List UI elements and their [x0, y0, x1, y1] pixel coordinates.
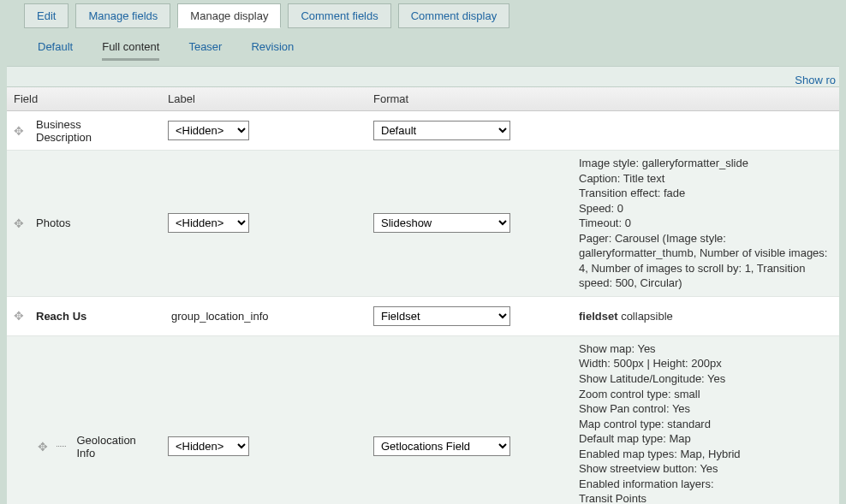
label-select[interactable]: <Hidden>: [168, 213, 249, 233]
drag-handle-icon[interactable]: [14, 310, 26, 322]
field-name: Reach Us: [36, 310, 86, 323]
subtab-revision[interactable]: Revision: [251, 40, 294, 58]
drag-handle-icon[interactable]: [38, 441, 50, 453]
table-row: Geolocation Info <Hidden> Getlocations F…: [7, 336, 839, 504]
format-select[interactable]: Default: [373, 121, 510, 140]
table-row: Business Description <Hidden> Default: [7, 111, 839, 151]
tab-manage-display[interactable]: Manage display: [177, 3, 281, 28]
tab-comment-display[interactable]: Comment display: [398, 3, 509, 28]
secondary-tabs: Default Full content Teaser Revision: [38, 40, 839, 61]
col-header-field: Field: [7, 87, 161, 110]
subtab-full-content[interactable]: Full content: [102, 40, 159, 61]
format-summary: Show map: Yes Width: 500px | Height: 200…: [572, 336, 839, 504]
field-name: Geolocation Info: [76, 434, 154, 460]
label-select[interactable]: <Hidden>: [168, 121, 249, 140]
label-select[interactable]: <Hidden>: [168, 436, 249, 456]
tab-manage-fields[interactable]: Manage fields: [75, 3, 170, 28]
table-row: Photos <Hidden> Slideshow Image style: g…: [7, 151, 839, 297]
format-select[interactable]: Fieldset: [373, 306, 510, 326]
indent-line: [57, 446, 66, 447]
table-header: Field Label Format: [7, 87, 839, 111]
subtab-teaser[interactable]: Teaser: [188, 40, 222, 58]
tab-comment-fields[interactable]: Comment fields: [288, 3, 390, 28]
show-row-weights-link[interactable]: Show ro: [795, 74, 836, 86]
col-header-summary: [572, 87, 839, 110]
field-name: Business Description: [36, 118, 130, 144]
drag-handle-icon[interactable]: [14, 217, 26, 229]
show-row-weights-bar: Show ro: [7, 66, 839, 86]
group-machine-name: group_location_info: [168, 310, 268, 323]
page-root: Edit Manage fields Manage display Commen…: [0, 0, 846, 504]
format-select[interactable]: Getlocations Field: [373, 436, 510, 456]
primary-tabs: Edit Manage fields Manage display Commen…: [24, 3, 839, 28]
field-name: Photos: [36, 216, 70, 229]
format-summary: fieldset collapsible: [572, 304, 839, 329]
col-header-format: Format: [366, 87, 572, 110]
table-row: Reach Us group_location_info Fieldset fi…: [7, 297, 839, 336]
display-table: Field Label Format Business Description …: [7, 86, 839, 504]
drag-handle-icon[interactable]: [14, 125, 26, 137]
tab-edit[interactable]: Edit: [24, 3, 69, 28]
format-summary: Image style: galleryformatter_slide Capt…: [572, 151, 839, 296]
format-select[interactable]: Slideshow: [373, 213, 510, 233]
col-header-label: Label: [161, 87, 366, 110]
subtab-default[interactable]: Default: [38, 40, 73, 58]
